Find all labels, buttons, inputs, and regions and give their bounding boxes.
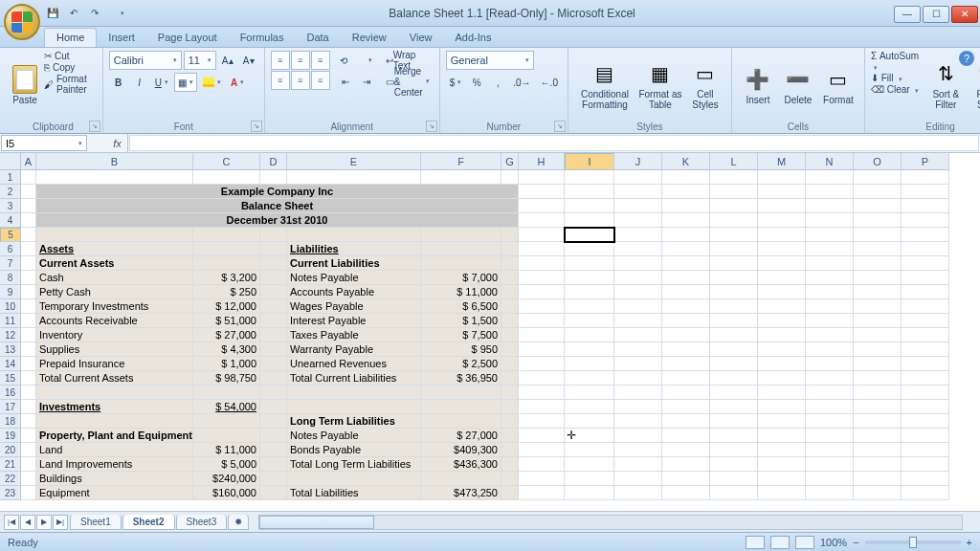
cell[interactable]: $ 5,000 (193, 457, 260, 472)
cell[interactable] (501, 429, 519, 443)
font-dialog-launcher[interactable]: ↘ (251, 121, 262, 132)
cell[interactable] (565, 242, 614, 256)
cell[interactable] (421, 400, 501, 414)
cell[interactable]: Balance Sheet (36, 199, 519, 213)
cell[interactable] (662, 299, 710, 314)
row-header-3[interactable]: 3 (0, 199, 21, 213)
cell[interactable] (21, 228, 36, 242)
cell[interactable] (519, 199, 565, 213)
cell[interactable]: $ 27,000 (193, 328, 260, 342)
qat-save-icon[interactable]: 💾 (44, 5, 61, 22)
cell[interactable]: $409,300 (421, 443, 501, 457)
cell[interactable] (854, 299, 902, 314)
cell[interactable] (501, 314, 519, 328)
cell[interactable] (902, 443, 949, 457)
cell[interactable] (902, 414, 949, 429)
cell[interactable] (260, 271, 287, 285)
cell[interactable] (519, 328, 565, 342)
cell[interactable] (287, 170, 421, 185)
cell[interactable] (662, 486, 710, 500)
cell[interactable] (662, 342, 710, 357)
cell[interactable]: $ 54,000 (193, 400, 260, 414)
cell[interactable]: Prepaid Insurance (36, 357, 193, 371)
column-header-B[interactable]: B (36, 153, 193, 170)
cell[interactable] (662, 357, 710, 371)
cell[interactable] (758, 285, 806, 299)
cell[interactable] (758, 242, 806, 256)
cell[interactable] (21, 314, 36, 328)
cell[interactable] (501, 299, 519, 314)
cell[interactable] (806, 213, 854, 228)
cell[interactable] (710, 400, 758, 414)
cell[interactable] (519, 486, 565, 500)
tab-add-ins[interactable]: Add-Ins (443, 29, 502, 47)
cell[interactable] (806, 242, 854, 256)
cell[interactable]: Taxes Payable (287, 328, 421, 342)
find-select-button[interactable]: 🔍Find & Select (971, 51, 980, 120)
cell[interactable] (710, 457, 758, 472)
comma-style-button[interactable]: , (488, 73, 507, 92)
cell[interactable]: Unearned Revenues (287, 357, 421, 371)
cell[interactable] (758, 443, 806, 457)
cell[interactable] (902, 242, 949, 256)
cell[interactable] (21, 285, 36, 299)
cell[interactable] (710, 328, 758, 342)
row-header-1[interactable]: 1 (0, 170, 21, 185)
cell[interactable] (758, 185, 806, 199)
sheet-nav-last[interactable]: ▶| (53, 515, 68, 530)
cell[interactable] (662, 170, 710, 185)
cell[interactable] (710, 228, 758, 242)
cut-button[interactable]: ✂Cut (44, 51, 97, 61)
cell[interactable]: Total Liabilities (287, 486, 421, 500)
cell[interactable] (21, 328, 36, 342)
column-header-H[interactable]: H (519, 153, 565, 170)
cell[interactable] (519, 213, 565, 228)
cell[interactable] (519, 400, 565, 414)
cell[interactable]: $ 250 (193, 285, 260, 299)
cell[interactable] (806, 371, 854, 386)
italic-button[interactable]: I (130, 73, 149, 92)
tab-insert[interactable]: Insert (97, 29, 146, 47)
conditional-formatting-button[interactable]: ▤Conditional Formatting (574, 51, 635, 120)
column-header-F[interactable]: F (421, 153, 501, 170)
cell[interactable] (519, 472, 565, 486)
copy-button[interactable]: ⎘Copy (44, 62, 97, 73)
cell[interactable] (758, 228, 806, 242)
bold-button[interactable]: B (109, 73, 128, 92)
cell[interactable]: Accounts Receivable (36, 314, 193, 328)
cell[interactable] (287, 400, 421, 414)
row-header-7[interactable]: 7 (0, 256, 21, 271)
cell[interactable] (565, 342, 614, 357)
cell[interactable] (854, 242, 902, 256)
close-button[interactable]: ✕ (951, 6, 978, 23)
cell[interactable] (902, 342, 949, 357)
cell[interactable] (902, 170, 949, 185)
row-header-11[interactable]: 11 (0, 314, 21, 328)
cell[interactable] (710, 271, 758, 285)
cell[interactable]: Buildings (36, 472, 193, 486)
cell[interactable] (614, 357, 662, 371)
cell[interactable] (854, 371, 902, 386)
orientation-button[interactable]: ⟲▾ (336, 51, 376, 70)
tab-home[interactable]: Home (44, 28, 97, 47)
cell[interactable] (260, 242, 287, 256)
cell[interactable] (710, 371, 758, 386)
cell[interactable]: $240,000 (193, 472, 260, 486)
maximize-button[interactable]: ☐ (923, 6, 949, 23)
cell[interactable] (710, 242, 758, 256)
cell[interactable] (21, 472, 36, 486)
cell[interactable] (902, 271, 949, 285)
cell[interactable] (614, 457, 662, 472)
cell[interactable] (758, 314, 806, 328)
cell[interactable] (260, 414, 287, 429)
cell[interactable] (662, 472, 710, 486)
cell[interactable] (710, 185, 758, 199)
cell[interactable]: Temporary Investments (36, 299, 193, 314)
cell[interactable] (36, 170, 193, 185)
cell[interactable] (854, 199, 902, 213)
cell[interactable] (519, 285, 565, 299)
cell[interactable] (614, 299, 662, 314)
cell[interactable] (565, 199, 614, 213)
cell[interactable] (902, 472, 949, 486)
cell[interactable] (21, 486, 36, 500)
